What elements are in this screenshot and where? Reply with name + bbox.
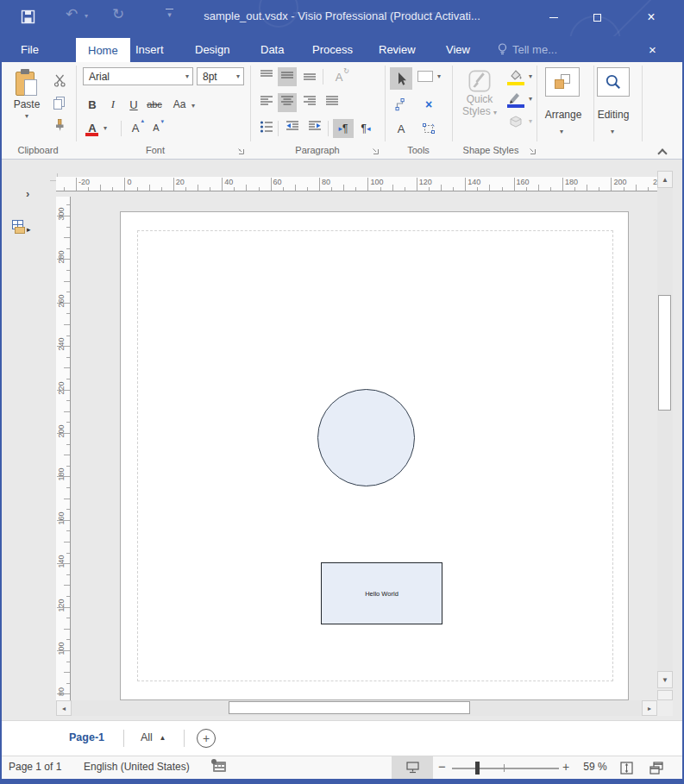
undo-dropdown[interactable]: ▾: [85, 12, 88, 20]
horizontal-scrollbar[interactable]: ◂ ▸: [56, 700, 657, 716]
macro-record-icon[interactable]: [213, 762, 226, 775]
switch-windows-button[interactable]: [649, 761, 664, 778]
format-painter-button[interactable]: [50, 116, 69, 135]
page-indicator[interactable]: Page 1 of 1: [9, 761, 61, 773]
line-dropdown-icon[interactable]: ▾: [529, 95, 532, 103]
ribbon-tab-data[interactable]: Data: [259, 36, 286, 62]
shapes-panel-icon[interactable]: ▸: [12, 220, 35, 235]
tell-me-box[interactable]: Tell me...: [498, 36, 557, 62]
font-size-combobox[interactable]: 8pt ▾: [197, 67, 244, 85]
fill-button[interactable]: [505, 67, 526, 86]
pointer-tool-button[interactable]: [390, 67, 412, 90]
font-dialog-launcher[interactable]: [236, 143, 247, 154]
cut-button[interactable]: [50, 71, 69, 90]
editing-dropdown-icon[interactable]: ▾: [611, 128, 614, 135]
scroll-up-button[interactable]: ▲: [657, 171, 673, 188]
font-name-dropdown-icon[interactable]: ▾: [185, 72, 189, 80]
align-right-button[interactable]: [300, 93, 319, 112]
align-bottom-button[interactable]: [300, 67, 319, 86]
zoom-level[interactable]: 59 %: [576, 761, 614, 773]
add-page-button[interactable]: +: [197, 729, 216, 748]
left-to-right-button[interactable]: ▸¶: [333, 119, 354, 138]
ribbon-tab-file[interactable]: File: [19, 36, 41, 62]
font-color-button[interactable]: A: [83, 117, 102, 138]
redo-button[interactable]: ↻: [112, 5, 124, 23]
language-indicator[interactable]: English (United States): [84, 761, 190, 773]
ribbon-tab-design[interactable]: Design: [193, 36, 231, 62]
minimize-button[interactable]: [539, 5, 568, 29]
connector-tool-button[interactable]: [392, 95, 411, 114]
pane-split-button[interactable]: [657, 690, 673, 700]
vertical-scrollbar[interactable]: ▲ ▼: [657, 171, 673, 688]
ribbon-tab-home[interactable]: Home: [76, 38, 130, 62]
quick-styles-button[interactable]: Quick Styles ▾: [457, 66, 502, 141]
italic-button[interactable]: I: [104, 95, 122, 114]
all-pages-button[interactable]: All ▲: [141, 731, 166, 743]
font-size-dropdown-icon[interactable]: ▾: [236, 72, 240, 80]
undo-button[interactable]: ↶: [66, 5, 78, 23]
free-transform-tool-button[interactable]: [419, 119, 438, 138]
editing-button[interactable]: [597, 67, 630, 97]
horizontal-scroll-thumb[interactable]: [229, 701, 470, 714]
increase-indent-button[interactable]: [305, 119, 324, 138]
font-name-combobox[interactable]: Arial ▾: [83, 67, 193, 85]
change-case-button[interactable]: Aa: [169, 95, 190, 114]
collapse-ribbon-button[interactable]: [659, 145, 666, 160]
fit-page-button[interactable]: [619, 761, 634, 778]
save-button[interactable]: [21, 9, 35, 28]
underline-button[interactable]: U: [124, 95, 143, 114]
rotate-text-button[interactable]: A ↻: [328, 67, 350, 86]
ribbon-tab-process[interactable]: Process: [311, 36, 355, 62]
zoom-slider-thumb[interactable]: [475, 762, 480, 775]
vertical-scroll-thumb[interactable]: [658, 295, 671, 411]
decrease-indent-button[interactable]: [283, 119, 302, 138]
align-left-button[interactable]: [257, 93, 276, 112]
ribbon-tab-view[interactable]: View: [444, 36, 472, 62]
close-drawing-button[interactable]: ×: [647, 36, 658, 62]
paste-button[interactable]: Paste ▾: [7, 67, 47, 141]
canvas-ellipse[interactable]: [317, 389, 415, 486]
right-to-left-button[interactable]: ¶◂: [355, 119, 376, 138]
arrange-button[interactable]: [545, 67, 580, 97]
maximize-button[interactable]: [582, 5, 612, 29]
canvas-rectangle[interactable]: Hello World: [321, 562, 442, 624]
scroll-right-button[interactable]: ▸: [642, 700, 657, 716]
connection-point-tool-button[interactable]: ×: [419, 95, 438, 114]
line-button[interactable]: [505, 90, 526, 109]
scroll-left-button[interactable]: ◂: [56, 700, 72, 716]
zoom-slider-track[interactable]: [452, 768, 559, 769]
paragraph-dialog-launcher[interactable]: [371, 143, 381, 154]
rectangle-tool-button[interactable]: [417, 71, 433, 82]
justify-button[interactable]: [323, 93, 342, 112]
text-tool-button[interactable]: A: [392, 119, 411, 138]
font-color-dropdown-icon[interactable]: ▾: [104, 124, 107, 132]
ruler-tick: [57, 693, 70, 694]
bullets-button[interactable]: [257, 119, 276, 138]
align-center-button[interactable]: [278, 93, 297, 112]
close-button[interactable]: ×: [637, 5, 666, 29]
bold-button[interactable]: B: [83, 95, 102, 114]
arrange-dropdown-icon[interactable]: ▾: [560, 128, 563, 135]
align-middle-button[interactable]: [278, 67, 297, 86]
shape-styles-dialog-launcher[interactable]: [528, 143, 538, 154]
line-icon: [506, 91, 525, 108]
rectangle-tool-dropdown-icon[interactable]: ▾: [437, 72, 441, 80]
customize-quick-access-toolbar-button[interactable]: ▾: [166, 9, 173, 19]
presentation-mode-button[interactable]: [392, 756, 433, 779]
effects-button[interactable]: [505, 112, 526, 131]
align-top-button[interactable]: [257, 67, 276, 86]
ribbon-tab-review[interactable]: Review: [377, 36, 417, 62]
copy-button[interactable]: [50, 93, 69, 112]
zoom-in-button[interactable]: +: [562, 760, 569, 774]
effects-dropdown-icon[interactable]: ▾: [529, 117, 532, 125]
page-tab-page1[interactable]: Page-1: [69, 731, 104, 743]
strikethrough-button[interactable]: abc: [143, 95, 166, 114]
shrink-font-button[interactable]: A ▾: [147, 117, 166, 138]
zoom-out-button[interactable]: −: [438, 759, 446, 774]
ribbon-tab-insert[interactable]: Insert: [134, 36, 166, 62]
grow-font-button[interactable]: A ▴: [126, 117, 145, 138]
scroll-down-button[interactable]: ▼: [657, 671, 673, 688]
change-case-dropdown-icon[interactable]: ▾: [191, 102, 195, 110]
fill-dropdown-icon[interactable]: ▾: [529, 72, 532, 80]
expand-shapes-panel-button[interactable]: ›: [26, 187, 29, 200]
